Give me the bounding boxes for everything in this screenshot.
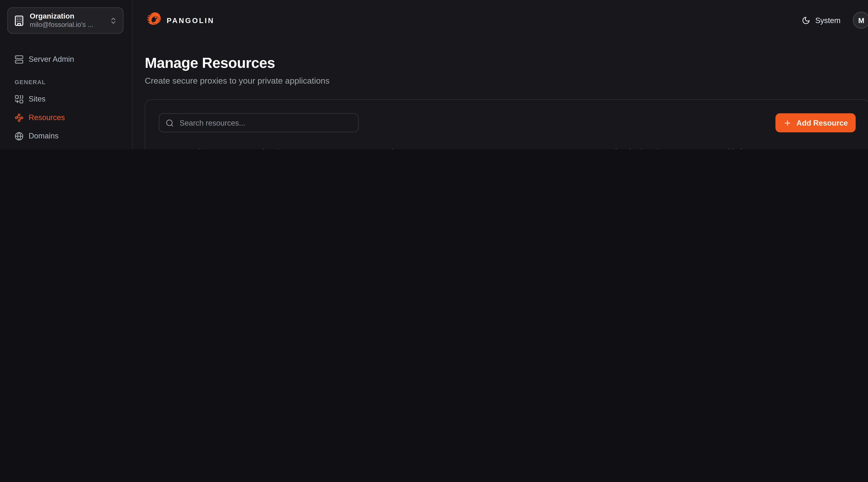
topbar: PANGOLIN System M [145, 0, 868, 30]
server-icon [14, 55, 24, 64]
theme-toggle[interactable]: System [802, 16, 841, 24]
resources-card: Add Resource Name Site Protocol Access [145, 99, 868, 149]
app-window: Organization milo@fossorial.io's ... Ser… [0, 0, 868, 149]
card-toolbar: Add Resource [159, 113, 856, 132]
topbar-right: System M [802, 12, 868, 29]
sidebar-item-sites[interactable]: Sites [7, 90, 125, 108]
add-resource-label: Add Resource [797, 119, 848, 127]
sidebar-item-domains[interactable]: Domains [7, 127, 125, 145]
plus-icon [784, 119, 792, 127]
sidebar-item-label: Resources [29, 113, 65, 122]
org-label: Organization [30, 12, 104, 21]
sidebar-item-resources[interactable]: Resources [7, 108, 125, 127]
avatar-initial: M [858, 16, 864, 24]
add-resource-button[interactable]: Add Resource [776, 113, 856, 132]
sidebar-item-server-admin[interactable]: Server Admin [7, 50, 125, 68]
org-value: milo@fossorial.io's ... [30, 21, 104, 29]
org-selector[interactable]: Organization milo@fossorial.io's ... [7, 7, 123, 34]
section-label-general: GENERAL [14, 78, 117, 85]
avatar[interactable]: M [853, 12, 868, 29]
waypoints-icon [14, 113, 24, 122]
column-header-site[interactable]: Site [243, 148, 366, 149]
brand-name: PANGOLIN [167, 16, 215, 24]
column-label: Site [258, 148, 270, 149]
column-header-protocol: Protocol [367, 148, 423, 149]
column-header-authentication[interactable]: Authentication [599, 148, 710, 149]
column-header-access: Access [423, 148, 599, 149]
column-header-name[interactable]: Name [159, 148, 243, 149]
table-header: Name Site Protocol Access Authentication [159, 142, 856, 149]
moon-icon [802, 16, 810, 24]
column-label: Authentication [604, 148, 650, 149]
sidebar-item-label: Sites [29, 95, 45, 103]
search-box [159, 113, 359, 132]
main-content: PANGOLIN System M Manage Resources Creat… [132, 0, 868, 149]
sidebar-item-label: Server Admin [29, 55, 74, 63]
search-input[interactable] [179, 118, 352, 128]
combine-icon [14, 95, 24, 104]
sort-icon[interactable] [197, 148, 204, 149]
sort-icon[interactable] [654, 148, 662, 149]
sidebar-item-label: Domains [29, 132, 59, 140]
building-icon [13, 15, 25, 26]
column-label: Protocol [367, 148, 393, 149]
sidebar: Organization milo@fossorial.io's ... Ser… [0, 0, 132, 149]
column-header-enabled: Enabled [710, 148, 789, 149]
column-label: Enabled [715, 148, 742, 149]
chevrons-up-down-icon [110, 17, 117, 24]
page-subtitle: Create secure proxies to your private ap… [145, 76, 868, 85]
column-label: Access [423, 148, 446, 149]
theme-label: System [815, 16, 840, 24]
pangolin-logo-icon [145, 11, 163, 30]
brand[interactable]: PANGOLIN [145, 11, 215, 30]
sort-icon[interactable] [274, 148, 281, 149]
sidebar-nav: Server Admin GENERAL Sites Resources Dom [0, 41, 132, 149]
column-label: Name [174, 148, 193, 149]
search-icon [165, 119, 174, 127]
globe-icon [14, 131, 24, 140]
page-title: Manage Resources [145, 55, 868, 71]
org-texts: Organization milo@fossorial.io's ... [30, 12, 104, 29]
